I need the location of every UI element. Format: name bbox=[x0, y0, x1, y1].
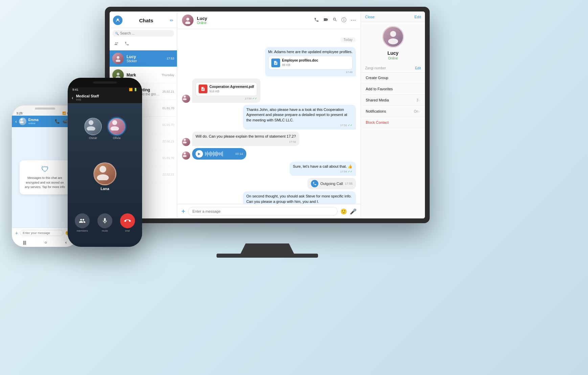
chat-header-avatar bbox=[182, 15, 194, 26]
pw-call-button[interactable]: 📞 bbox=[55, 119, 60, 124]
svg-point-1 bbox=[117, 56, 119, 59]
nav-back-button[interactable]: ‹ bbox=[65, 240, 67, 245]
file-attachment-1[interactable]: Employee profiles.doc 98 KB bbox=[268, 56, 353, 70]
chat-time-8: 22.02.21 bbox=[162, 173, 174, 176]
right-panel: Close Edit Lucy Online Zangi number bbox=[361, 11, 425, 218]
audio-waveform bbox=[205, 150, 233, 157]
attach-plus-button[interactable]: + bbox=[181, 208, 185, 215]
profile-status: Online bbox=[388, 56, 398, 60]
pd-mute-button[interactable] bbox=[97, 213, 112, 228]
svg-point-38 bbox=[112, 120, 117, 125]
pw-video-button[interactable]: 📹 bbox=[63, 119, 68, 124]
zangi-number-edit-button[interactable]: Edit bbox=[415, 66, 421, 70]
chevron-icon: › bbox=[419, 98, 420, 102]
message-bubble-2: Cooperation Agreement.pdf 916 KB 17:50 ✓… bbox=[192, 78, 261, 103]
msg-time-3: 17:52 ✓✓ bbox=[246, 123, 353, 127]
edit-button[interactable]: Edit bbox=[414, 15, 421, 19]
svg-point-20 bbox=[183, 98, 186, 100]
shared-media-label: Shared Media bbox=[366, 98, 389, 102]
calls-icon[interactable] bbox=[122, 40, 132, 49]
pd-end-button[interactable] bbox=[120, 213, 135, 228]
search-icon: 🔍 bbox=[115, 32, 119, 35]
file-info-2: Cooperation Agreement.pdf 916 KB bbox=[209, 85, 254, 94]
pd-call-duration: 0:01 bbox=[76, 98, 138, 101]
file-attachment-2[interactable]: Cooperation Agreement.pdf 916 KB bbox=[196, 82, 257, 96]
pd-members-button[interactable] bbox=[75, 213, 90, 228]
wave-bar bbox=[216, 151, 217, 157]
wave-bar bbox=[217, 152, 218, 156]
zangi-number-label: Zangi number bbox=[365, 66, 386, 70]
emoji-button[interactable]: 🙂 bbox=[340, 208, 347, 215]
message-row-2: Cooperation Agreement.pdf 916 KB 17:50 ✓… bbox=[182, 78, 356, 103]
svg-point-23 bbox=[184, 152, 186, 154]
encryption-card[interactable]: 🛡 Messages to this chat are encrypted an… bbox=[20, 160, 70, 194]
message-row-8: On second thought, you should ask Steve … bbox=[182, 191, 356, 204]
pd-mute-control[interactable]: mute bbox=[97, 213, 112, 232]
contacts-icon[interactable] bbox=[112, 40, 122, 49]
file-info-1: Employee profiles.doc 98 KB bbox=[282, 58, 318, 67]
back-button[interactable]: ‹ bbox=[15, 119, 17, 124]
messages-area[interactable]: Today Mr. Adams here are the updated emp… bbox=[177, 29, 361, 204]
pdf-icon bbox=[199, 85, 207, 93]
nav-apps-button[interactable]: ||| bbox=[23, 240, 26, 245]
date-divider: Today bbox=[340, 37, 356, 42]
compose-icon[interactable]: ✏ bbox=[170, 18, 174, 23]
zangi-logo bbox=[113, 16, 122, 25]
search-header-button[interactable] bbox=[333, 17, 337, 23]
chat-preview-lucy: Sticker bbox=[127, 59, 164, 63]
search-input[interactable] bbox=[120, 31, 172, 35]
play-button[interactable]: ▶ bbox=[196, 150, 203, 158]
menu-item-block-contact[interactable]: Block Contact bbox=[361, 117, 425, 128]
info-button[interactable]: ⓘ bbox=[341, 17, 346, 23]
message-bubble-4: Will do. Can you please explain the term… bbox=[192, 132, 299, 146]
pw-plus-button[interactable]: + bbox=[15, 230, 18, 236]
menu-item-notifications[interactable]: Notifications On › bbox=[361, 106, 425, 117]
call-button[interactable] bbox=[314, 17, 319, 23]
pd-status-bar: 9:41 📶 🔋 bbox=[68, 87, 142, 92]
message-bubble-6: Sure, let's have a call about that. 👍 17… bbox=[290, 162, 356, 176]
pd-notch bbox=[93, 81, 117, 84]
menu-item-create-group[interactable]: Create Group bbox=[361, 72, 425, 84]
pd-back-button[interactable]: ‹ bbox=[72, 95, 73, 100]
msg-avatar-2 bbox=[182, 95, 190, 103]
pd-members-control[interactable]: members bbox=[75, 213, 90, 232]
svg-point-33 bbox=[388, 38, 398, 44]
pw-message-input[interactable] bbox=[20, 230, 63, 236]
chat-info-mark: Mark bbox=[127, 73, 159, 77]
avatar-lucy bbox=[112, 53, 124, 64]
msg-time-6: 17:54 ✓✓ bbox=[293, 170, 353, 173]
pd-end-label: end bbox=[125, 229, 130, 232]
pd-group-info: Medical Staff 0:01 bbox=[76, 94, 138, 101]
pd-end-control[interactable]: end bbox=[120, 213, 135, 232]
menu-item-shared-media[interactable]: Shared Media 3 › bbox=[361, 95, 425, 106]
msg-time-7: 17:55 bbox=[345, 182, 353, 185]
contact-name-header: Lucy bbox=[197, 16, 311, 21]
chat-time-lucy: 17:53 bbox=[166, 57, 174, 60]
wave-bar bbox=[220, 153, 221, 155]
wave-bar bbox=[214, 152, 215, 156]
call-icon bbox=[311, 180, 318, 187]
phone-time: 5:25 bbox=[17, 112, 23, 115]
encryption-text: Messages to this chat are encrypted and … bbox=[24, 176, 66, 190]
video-call-button[interactable] bbox=[323, 17, 329, 23]
chat-time-6: 22.02.21 bbox=[162, 140, 174, 143]
profile-name: Lucy bbox=[387, 50, 399, 56]
right-panel-actions: Close Edit bbox=[361, 15, 425, 22]
nav-home-button[interactable]: ○ bbox=[45, 240, 47, 245]
shared-media-value: 3 › bbox=[416, 98, 420, 102]
msg-avatar-4 bbox=[182, 138, 190, 146]
more-button[interactable]: ⋯ bbox=[350, 17, 356, 23]
close-button[interactable]: Close bbox=[365, 15, 375, 19]
mic-button[interactable]: 🎤 bbox=[350, 208, 357, 215]
file-name-2: Cooperation Agreement.pdf bbox=[209, 85, 254, 89]
audio-bubble-5[interactable]: ▶ bbox=[192, 148, 246, 160]
chat-time-5: 01.01.70 bbox=[162, 123, 174, 126]
pd-signals: 📶 🔋 bbox=[129, 88, 137, 91]
msg-avatar-5 bbox=[182, 151, 190, 160]
chat-item-lucy[interactable]: Lucy Sticker 17:53 bbox=[110, 50, 177, 67]
menu-item-add-favorites[interactable]: Add to Favorites bbox=[361, 84, 425, 95]
message-row-7: Outgoing Call 17:55 bbox=[182, 178, 356, 189]
message-input[interactable] bbox=[188, 207, 338, 216]
laptop-base bbox=[217, 254, 318, 258]
svg-point-24 bbox=[183, 155, 186, 157]
